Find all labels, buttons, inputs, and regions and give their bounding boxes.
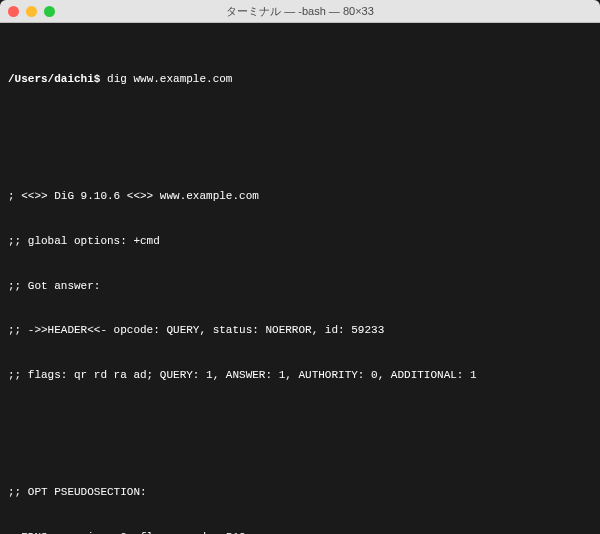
zoom-icon[interactable] <box>44 6 55 17</box>
dig-output-line: ;; flags: qr rd ra ad; QUERY: 1, ANSWER:… <box>8 368 592 383</box>
dig-output-line: ; <<>> DiG 9.10.6 <<>> www.example.com <box>8 189 592 204</box>
close-icon[interactable] <box>8 6 19 17</box>
blank-line <box>8 427 592 441</box>
blank-line <box>8 131 592 145</box>
prompt-sep: $ <box>94 73 107 85</box>
minimize-icon[interactable] <box>26 6 37 17</box>
dig-output-line: ;; ->>HEADER<<- opcode: QUERY, status: N… <box>8 323 592 338</box>
window-controls <box>8 6 55 17</box>
titlebar: ターミナル — -bash — 80×33 <box>0 0 600 23</box>
command-dig: dig www.example.com <box>107 73 232 85</box>
dig-output-line: ;; global options: +cmd <box>8 234 592 249</box>
prompt-line-dig: /Users/daichi$ dig www.example.com <box>8 72 592 87</box>
window-title: ターミナル — -bash — 80×33 <box>0 4 600 19</box>
dig-output-line: ; EDNS: version: 0, flags:; udp: 512 <box>8 530 592 534</box>
dig-output-line: ;; Got answer: <box>8 279 592 294</box>
terminal-window: ターミナル — -bash — 80×33 /Users/daichi$ dig… <box>0 0 600 534</box>
dig-output-line: ;; OPT PSEUDOSECTION: <box>8 485 592 500</box>
terminal-body[interactable]: /Users/daichi$ dig www.example.com ; <<>… <box>0 23 600 534</box>
prompt-path: /Users/daichi <box>8 73 94 85</box>
